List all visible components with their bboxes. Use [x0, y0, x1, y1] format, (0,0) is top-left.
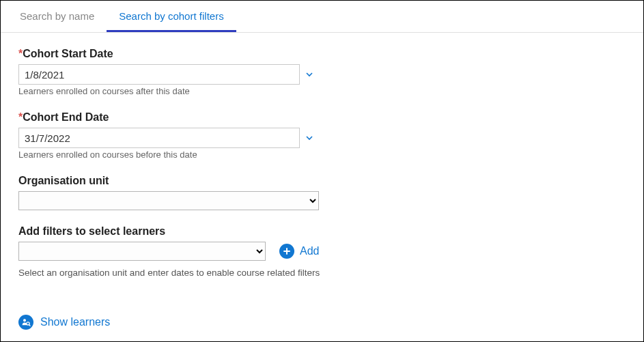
add-filters-select[interactable]	[18, 242, 266, 261]
add-filters-label: Add filters to select learners	[18, 225, 626, 238]
show-learners-label: Show learners	[40, 316, 110, 328]
cohort-end-date-group: *Cohort End Date Learners enrolled on co…	[18, 111, 626, 160]
organisation-unit-label: Organisation unit	[18, 175, 626, 187]
cohort-start-date-group: *Cohort Start Date Learners enrolled on …	[18, 48, 626, 96]
add-filters-group: Add filters to select learners Add Selec…	[18, 225, 626, 278]
filters-note: Select an organisation unit and enter da…	[18, 268, 626, 278]
cohort-end-date-input[interactable]	[18, 128, 300, 148]
tab-search-by-name[interactable]: Search by name	[8, 1, 107, 32]
chevron-down-icon[interactable]	[305, 70, 313, 79]
add-filter-button[interactable]: Add	[279, 244, 319, 259]
chevron-down-icon[interactable]	[305, 134, 313, 142]
show-learners-button[interactable]: Show learners	[18, 315, 110, 330]
label-text: Cohort End Date	[23, 111, 109, 123]
cohort-start-helper: Learners enrolled on courses after this …	[18, 86, 626, 96]
organisation-unit-group: Organisation unit	[18, 175, 626, 210]
person-search-icon	[18, 315, 33, 330]
label-text: Cohort Start Date	[23, 48, 113, 59]
add-filter-label: Add	[300, 245, 319, 257]
plus-circle-icon	[279, 244, 294, 259]
cohort-end-date-label: *Cohort End Date	[18, 111, 626, 124]
tab-search-by-cohort-filters[interactable]: Search by cohort filters	[107, 1, 236, 32]
svg-line-2	[29, 325, 30, 326]
cohort-start-date-input[interactable]	[18, 64, 300, 85]
cohort-start-date-label: *Cohort Start Date	[18, 48, 626, 60]
organisation-unit-select[interactable]	[18, 191, 319, 210]
cohort-end-helper: Learners enrolled on courses before this…	[18, 149, 626, 160]
svg-point-0	[23, 319, 26, 322]
tabs: Search by name Search by cohort filters	[1, 1, 643, 33]
